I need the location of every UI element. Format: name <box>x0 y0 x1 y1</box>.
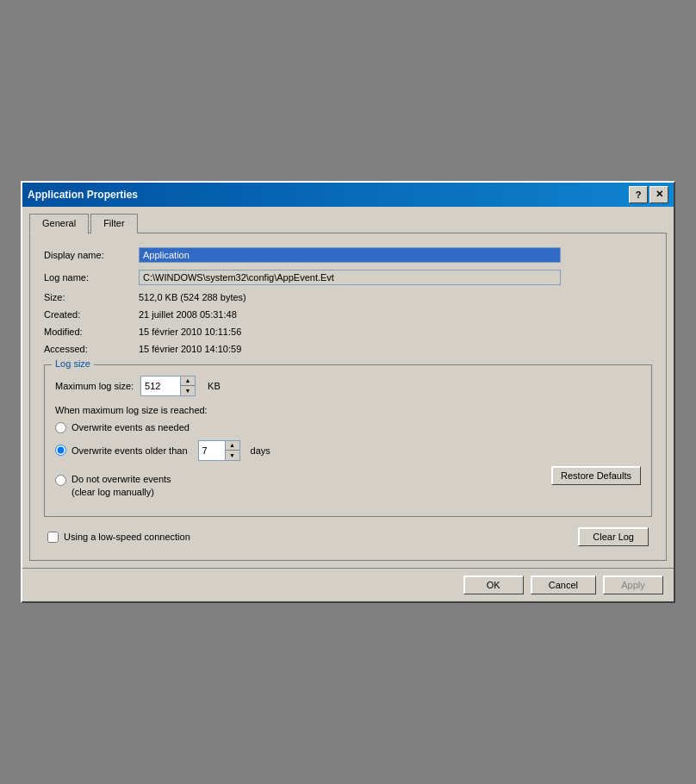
application-properties-dialog: Application Properties ? ✕ General Filte… <box>21 181 675 604</box>
cancel-button[interactable]: Cancel <box>531 576 596 594</box>
tab-general-content: Display name: Log name: Size: 512,0 KB (… <box>29 233 667 562</box>
accessed-row: Accessed: 15 février 2010 14:10:59 <box>44 344 652 354</box>
display-name-label: Display name: <box>44 250 139 260</box>
close-button[interactable]: ✕ <box>649 186 668 203</box>
display-name-input[interactable] <box>139 247 561 263</box>
radio-no-overwrite-col: Do not overwrite events (clear log manua… <box>55 466 538 507</box>
log-name-input <box>139 270 561 285</box>
clear-log-button[interactable]: Clear Log <box>578 527 649 546</box>
days-spinner-arrows: ▲ ▼ <box>225 441 239 460</box>
spinner-up-arrow[interactable]: ▲ <box>181 376 195 386</box>
created-label: Created: <box>44 309 139 320</box>
restore-defaults-button[interactable]: Restore Defaults <box>551 466 641 485</box>
accessed-value: 15 février 2010 14:10:59 <box>139 344 241 354</box>
accessed-label: Accessed: <box>44 344 139 354</box>
log-name-label: Log name: <box>44 272 139 283</box>
days-spinner: ▲ ▼ <box>198 440 240 461</box>
low-speed-checkbox[interactable] <box>47 532 59 543</box>
help-button[interactable]: ? <box>629 186 648 203</box>
spinner-down-arrow[interactable]: ▼ <box>181 386 195 395</box>
radio-overwrite-needed-row: Overwrite events as needed <box>55 422 641 433</box>
radio-overwrite-needed-label: Overwrite events as needed <box>71 422 190 432</box>
size-label: Size: <box>44 292 139 302</box>
max-log-size-label: Maximum log size: <box>55 381 134 391</box>
title-bar-buttons: ? ✕ <box>629 186 668 203</box>
radio-no-overwrite: Do not overwrite events (clear log manua… <box>55 473 538 500</box>
log-size-group-label: Log size <box>52 358 94 369</box>
tab-general[interactable]: General <box>29 214 89 234</box>
days-spinner-up-arrow[interactable]: ▲ <box>226 441 239 451</box>
footer: OK Cancel Apply <box>22 568 674 601</box>
days-label: days <box>251 445 270 456</box>
radio-overwrite-older-row: Overwrite events older than ▲ ▼ days <box>55 440 641 461</box>
radio-overwrite-needed[interactable] <box>55 422 66 433</box>
ok-button[interactable]: OK <box>463 576 524 594</box>
low-speed-checkbox-row: Using a low-speed connection <box>47 532 190 543</box>
created-value: 21 juillet 2008 05:31:48 <box>139 309 237 320</box>
max-log-size-row: Maximum log size: ▲ ▼ KB <box>55 376 641 396</box>
log-size-group: Log size Maximum log size: ▲ ▼ KB When m… <box>44 364 652 518</box>
radio-do-not-overwrite[interactable] <box>55 475 66 486</box>
size-value: 512,0 KB (524 288 bytes) <box>139 292 246 302</box>
max-log-size-spinner: ▲ ▼ <box>140 376 196 396</box>
tabs-container: General Filter <box>29 214 667 233</box>
radio-overwrite-older[interactable] <box>55 445 66 456</box>
radio-do-not-overwrite-label: Do not overwrite events (clear log manua… <box>71 473 171 500</box>
tab-filter[interactable]: Filter <box>90 214 137 233</box>
modified-value: 15 février 2010 10:11:56 <box>139 327 241 337</box>
modified-row: Modified: 15 février 2010 10:11:56 <box>44 327 652 337</box>
days-spinner-down-arrow[interactable]: ▼ <box>226 451 239 460</box>
size-row: Size: 512,0 KB (524 288 bytes) <box>44 292 652 302</box>
low-speed-label: Using a low-speed connection <box>64 532 190 542</box>
window-title: Application Properties <box>28 189 138 201</box>
bottom-area: Using a low-speed connection Clear Log <box>44 527 652 546</box>
radio-overwrite-older-label: Overwrite events older than <box>71 445 188 456</box>
when-max-label: When maximum log size is reached: <box>55 405 641 415</box>
display-name-row: Display name: <box>44 247 652 263</box>
spinner-arrows: ▲ ▼ <box>180 376 195 395</box>
radio-no-overwrite-row: Do not overwrite events (clear log manua… <box>55 466 641 507</box>
title-bar: Application Properties ? ✕ <box>22 183 674 207</box>
created-row: Created: 21 juillet 2008 05:31:48 <box>44 309 652 320</box>
modified-label: Modified: <box>44 327 139 337</box>
apply-button[interactable]: Apply <box>603 576 663 594</box>
log-name-row: Log name: <box>44 270 652 285</box>
days-input[interactable] <box>199 444 225 457</box>
max-log-size-input[interactable] <box>141 379 180 393</box>
kb-label: KB <box>208 381 221 391</box>
window-body: General Filter Display name: Log name: S… <box>22 207 674 569</box>
